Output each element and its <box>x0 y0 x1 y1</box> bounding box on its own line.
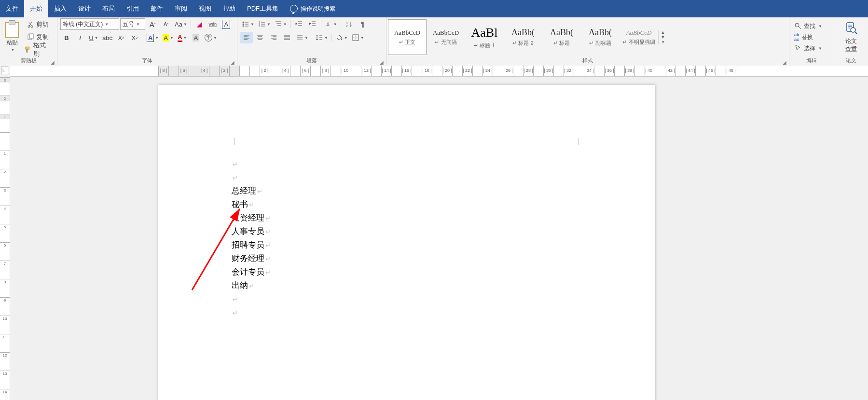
group-thesis: 论文查重 论文 <box>834 17 868 66</box>
align-distribute-button[interactable]: ▼ <box>294 32 310 43</box>
multilevel-icon <box>275 20 282 28</box>
thesis-check-button[interactable]: 论文查重 <box>837 19 865 55</box>
font-name-combo[interactable]: 等线 (中文正文)▼ <box>60 18 119 30</box>
borders-button[interactable]: ▼ <box>350 32 366 43</box>
format-painter-button[interactable]: 格式刷 <box>23 44 53 55</box>
italic-button[interactable]: I <box>74 32 86 43</box>
svg-point-3 <box>243 24 244 25</box>
multilevel-button[interactable]: ▼ <box>273 18 289 30</box>
sort-button[interactable]: AZ <box>343 18 356 30</box>
tab-layout[interactable]: 布局 <box>96 0 121 17</box>
styles-launcher[interactable]: ◢ <box>781 59 788 66</box>
numbering-button[interactable]: 123▼ <box>257 18 272 30</box>
line-spacing-icon <box>316 34 323 41</box>
tab-insert[interactable]: 插入 <box>48 0 72 17</box>
styles-scroll-down[interactable]: ▼ <box>659 35 667 40</box>
svg-point-13 <box>795 23 799 27</box>
paragraph-launcher[interactable]: ◢ <box>378 59 385 66</box>
align-justify-icon <box>283 34 291 41</box>
font-launcher[interactable]: ◢ <box>229 59 236 66</box>
style-标题 1[interactable]: AaBl↵ 标题 1 <box>465 19 504 55</box>
find-button[interactable]: 查找▼ <box>792 21 824 31</box>
asian-icon: 文 <box>325 20 332 28</box>
tab-pdf[interactable]: PDF工具集 <box>241 0 284 17</box>
svg-text:文: 文 <box>326 21 331 27</box>
asian-layout-button[interactable]: 文▼ <box>323 18 339 30</box>
borders-icon <box>352 34 359 41</box>
replace-button[interactable]: abac替换 <box>792 32 824 42</box>
search-icon <box>794 22 802 30</box>
indent-icon <box>309 20 317 28</box>
group-font-label: 字体 <box>142 57 152 63</box>
tab-home[interactable]: 开始 <box>24 0 48 17</box>
bold-button[interactable]: B <box>60 32 73 43</box>
align-left-button[interactable] <box>240 32 253 43</box>
tell-me-search[interactable]: 操作说明搜索 <box>284 0 341 17</box>
tab-file[interactable]: 文件 <box>0 0 24 17</box>
highlight-button[interactable]: A▼ <box>161 32 175 43</box>
style-不明显强调[interactable]: AaBbCcD↵ 不明显强调 <box>620 19 658 55</box>
document-workspace: L | 8 || 6 || 4 || 2 || 2 || 4 || 6 || 8… <box>0 66 868 66</box>
sort-icon: AZ <box>345 20 353 28</box>
char-shading-button[interactable]: A <box>190 32 202 43</box>
group-clipboard-label: 剪贴板 <box>21 57 37 63</box>
outdent-icon <box>295 20 303 28</box>
bullets-button[interactable]: ▼ <box>240 18 256 30</box>
copy-icon <box>27 33 34 41</box>
bucket-icon <box>335 34 343 41</box>
thesis-label: 论文查重 <box>845 37 857 54</box>
svg-text:3: 3 <box>259 25 260 28</box>
grow-font-button[interactable]: Aˆ <box>146 18 159 30</box>
style-无间隔[interactable]: AaBbCcD↵ 无间隔 <box>427 19 465 55</box>
font-size-combo[interactable]: 五号▼ <box>120 18 145 30</box>
font-color-button[interactable]: A▼ <box>176 32 189 43</box>
style-正文[interactable]: AaBbCcD↵ 正文 <box>388 19 427 55</box>
underline-button[interactable]: U▼ <box>87 32 100 43</box>
styles-more[interactable]: ▾ <box>659 40 667 44</box>
styles-gallery: AaBbCcD↵ 正文AaBbCcD↵ 无间隔AaBl↵ 标题 1AaBb(↵ … <box>388 19 658 55</box>
phonetic-guide-button[interactable]: wén <box>207 18 219 30</box>
ribbon-tabs: 文件 开始 插入 设计 布局 引用 邮件 审阅 视图 帮助 PDF工具集 操作说… <box>0 0 868 17</box>
align-left-icon <box>243 34 250 41</box>
cut-button[interactable]: 剪切 <box>23 19 53 30</box>
tab-mailings[interactable]: 邮件 <box>145 0 169 17</box>
superscript-button[interactable]: X2 <box>128 32 141 43</box>
tab-review[interactable]: 审阅 <box>169 0 193 17</box>
horizontal-ruler[interactable]: | 8 || 6 || 4 || 2 || 2 || 4 || 6 || 8 |… <box>10 66 868 66</box>
tell-me-label: 操作说明搜索 <box>301 5 335 13</box>
tab-help[interactable]: 帮助 <box>217 0 241 17</box>
group-editing: 查找▼ abac替换 选择▼ 编辑 <box>789 17 834 66</box>
paste-button[interactable]: 粘贴 ▼ <box>3 20 22 54</box>
align-justify-button[interactable] <box>281 32 293 43</box>
char-border-button[interactable]: A <box>220 18 233 30</box>
paste-label: 粘贴 <box>6 39 18 47</box>
paste-icon <box>5 22 19 38</box>
decrease-indent-button[interactable] <box>293 18 305 30</box>
subscript-button[interactable]: X2 <box>115 32 127 43</box>
strike-button[interactable]: abc <box>101 32 114 43</box>
align-right-icon <box>270 34 277 41</box>
change-case-button[interactable]: Aa▼ <box>173 18 189 30</box>
cursor-icon <box>794 44 802 52</box>
shading-button[interactable]: ▼ <box>334 32 349 43</box>
tab-design[interactable]: 设计 <box>72 0 96 17</box>
select-button[interactable]: 选择▼ <box>792 43 824 54</box>
text-effects-button[interactable]: A▼ <box>145 32 160 43</box>
shrink-font-button[interactable]: Aˇ <box>160 18 172 30</box>
show-marks-button[interactable]: ¶ <box>357 18 369 30</box>
magnify-doc-icon <box>844 21 858 35</box>
increase-indent-button[interactable] <box>306 18 319 30</box>
align-center-button[interactable] <box>254 32 266 43</box>
line-spacing-button[interactable]: ▼ <box>314 32 330 43</box>
lightbulb-icon <box>290 5 298 13</box>
style-标题 2[interactable]: AaBb(↵ 标题 2 <box>504 19 542 55</box>
styles-scroll-up[interactable]: ▲ <box>659 30 667 35</box>
clipboard-launcher[interactable]: ◢ <box>49 59 56 66</box>
enclose-char-button[interactable]: 字▼ <box>203 32 219 43</box>
tab-references[interactable]: 引用 <box>121 0 145 17</box>
align-right-button[interactable] <box>267 32 280 43</box>
clear-formatting-button[interactable]: ◢A <box>193 18 206 30</box>
style-副标题[interactable]: AaBb(↵ 副标题 <box>581 19 620 55</box>
style-标题[interactable]: AaBb(↵ 标题 <box>542 19 581 55</box>
tab-view[interactable]: 视图 <box>193 0 217 17</box>
